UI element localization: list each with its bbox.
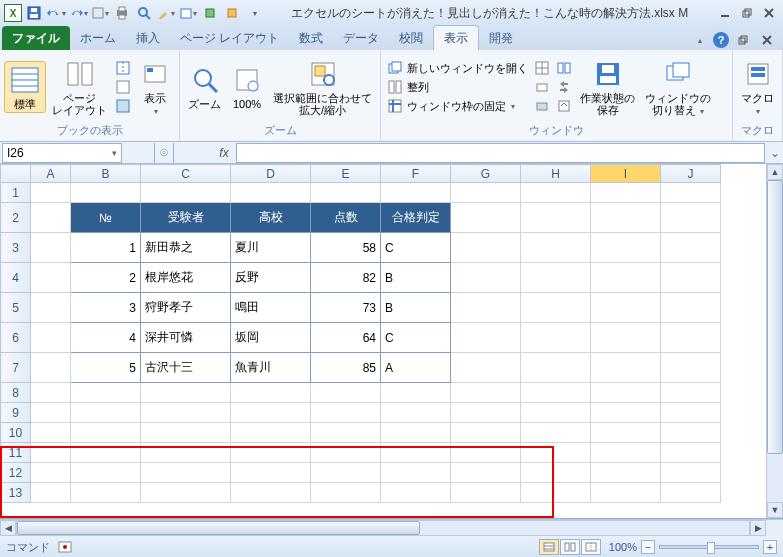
cell-B13[interactable] [71,483,141,503]
cell-H3[interactable] [521,233,591,263]
restore-button[interactable] [737,3,757,23]
view-shortcut-pagebreak[interactable] [581,539,601,555]
cell-E9[interactable] [311,403,381,423]
cell-F9[interactable] [381,403,451,423]
cell-I6[interactable] [591,323,661,353]
arrange-button[interactable]: 整列 [385,78,530,96]
cell-E7[interactable]: 85 [311,353,381,383]
qat-extra-4[interactable] [200,3,220,23]
zoom-slider-knob[interactable] [707,542,715,554]
cell-J7[interactable] [661,353,721,383]
row-header-12[interactable]: 12 [1,463,31,483]
cell-A2[interactable] [31,203,71,233]
cell-H10[interactable] [521,423,591,443]
cell-I11[interactable] [591,443,661,463]
cell-D8[interactable] [231,383,311,403]
cell-F5[interactable]: B [381,293,451,323]
cell-J8[interactable] [661,383,721,403]
tab-home[interactable]: ホーム [70,26,126,50]
cell-C3[interactable]: 新田恭之 [141,233,231,263]
cell-C2[interactable]: 受験者 [141,203,231,233]
cell-I10[interactable] [591,423,661,443]
zoom-level[interactable]: 100% [609,541,637,553]
cell-H8[interactable] [521,383,591,403]
formula-bar-expand-button[interactable]: ⌄ [767,146,783,160]
cell-B3[interactable]: 1 [71,233,141,263]
close-button[interactable] [759,3,779,23]
cell-A6[interactable] [31,323,71,353]
cell-H11[interactable] [521,443,591,463]
cell-G13[interactable] [451,483,521,503]
col-header-H[interactable]: H [521,165,591,183]
sync-scroll-button[interactable] [554,78,574,96]
cell-I13[interactable] [591,483,661,503]
cell-A3[interactable] [31,233,71,263]
zoom-in-button[interactable]: + [763,540,777,554]
qat-preview-button[interactable] [134,3,154,23]
freeze-panes-button[interactable]: ウィンドウ枠の固定 ▾ [385,97,530,115]
cell-H13[interactable] [521,483,591,503]
cell-B11[interactable] [71,443,141,463]
tab-review[interactable]: 校閲 [389,26,433,50]
cell-A4[interactable] [31,263,71,293]
cell-F6[interactable]: C [381,323,451,353]
horizontal-scrollbar[interactable]: ◀ ▶ [0,519,783,536]
workbook-restore-button[interactable] [733,30,753,50]
cell-G6[interactable] [451,323,521,353]
scroll-up-button[interactable]: ▲ [767,164,783,180]
scroll-right-button[interactable]: ▶ [750,520,766,536]
cell-G4[interactable] [451,263,521,293]
cell-F1[interactable] [381,183,451,203]
scroll-down-button[interactable]: ▼ [767,502,783,518]
cell-G3[interactable] [451,233,521,263]
unhide-button[interactable] [532,97,552,115]
qat-extra-1[interactable]: ▾ [90,3,110,23]
row-header-2[interactable]: 2 [1,203,31,233]
cell-E3[interactable]: 58 [311,233,381,263]
cell-C1[interactable] [141,183,231,203]
col-header-I[interactable]: I [591,165,661,183]
qat-customize-button[interactable]: ▾ [244,3,264,23]
cell-E6[interactable]: 64 [311,323,381,353]
show-button[interactable]: 表示▾ [135,56,175,119]
zoom-slider[interactable] [659,545,759,549]
cell-H2[interactable] [521,203,591,233]
view-pagebreak-button[interactable] [113,59,133,77]
cell-A12[interactable] [31,463,71,483]
cell-B9[interactable] [71,403,141,423]
cell-G8[interactable] [451,383,521,403]
qat-print-button[interactable] [112,3,132,23]
cell-C10[interactable] [141,423,231,443]
cell-A9[interactable] [31,403,71,423]
cell-C8[interactable] [141,383,231,403]
view-fullscreen-button[interactable] [113,97,133,115]
col-header-B[interactable]: B [71,165,141,183]
tab-view[interactable]: 表示 [433,25,479,50]
cell-F8[interactable] [381,383,451,403]
cell-C12[interactable] [141,463,231,483]
row-header-6[interactable]: 6 [1,323,31,353]
row-header-4[interactable]: 4 [1,263,31,293]
qat-redo-button[interactable]: ▾ [68,3,88,23]
cell-G11[interactable] [451,443,521,463]
cell-J4[interactable] [661,263,721,293]
name-box[interactable]: I26 ▾ [2,143,122,163]
cell-I8[interactable] [591,383,661,403]
qat-extra-2[interactable]: ▾ [156,3,176,23]
cell-G10[interactable] [451,423,521,443]
cell-F10[interactable] [381,423,451,443]
cell-E1[interactable] [311,183,381,203]
view-page-layout-button[interactable]: ページ レイアウト [48,56,111,118]
tab-data[interactable]: データ [333,26,389,50]
col-header-D[interactable]: D [231,165,311,183]
cell-G12[interactable] [451,463,521,483]
qat-extra-5[interactable] [222,3,242,23]
cell-B12[interactable] [71,463,141,483]
cell-A7[interactable] [31,353,71,383]
cell-F11[interactable] [381,443,451,463]
zoom-100-button[interactable]: 100% [227,62,267,112]
cell-J5[interactable] [661,293,721,323]
cell-H5[interactable] [521,293,591,323]
cell-F2[interactable]: 合格判定 [381,203,451,233]
zoom-button[interactable]: ズーム [184,62,225,112]
